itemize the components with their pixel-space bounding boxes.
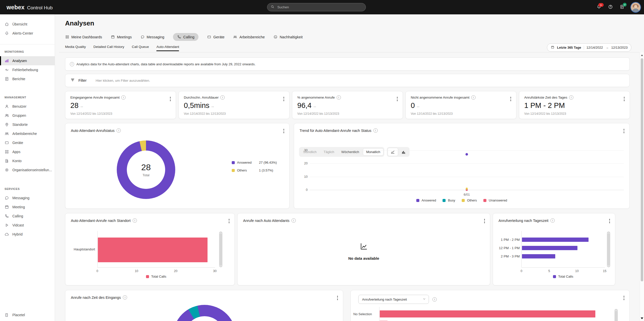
info-icon[interactable]: i bbox=[123, 295, 127, 300]
user-avatar[interactable] bbox=[631, 3, 640, 12]
info-icon[interactable]: i bbox=[373, 128, 378, 133]
info-icon[interactable]: i bbox=[550, 218, 555, 223]
pulse-icon bbox=[5, 68, 9, 72]
cloud-icon bbox=[5, 232, 9, 237]
subtab-call-queue[interactable]: Call Queue bbox=[132, 45, 149, 51]
kebab-menu-icon[interactable] bbox=[228, 218, 231, 224]
scrollbar-thumb[interactable] bbox=[641, 58, 643, 281]
kpi-date-range: Von 12/14/2022 bis 12/13/2023 bbox=[70, 112, 112, 115]
info-icon[interactable]: i bbox=[471, 95, 476, 100]
tab-meetings[interactable]: Meetings bbox=[111, 33, 132, 41]
chart-scrollbar[interactable] bbox=[219, 231, 222, 267]
sidebar-item-meeting[interactable]: Meeting bbox=[0, 202, 55, 212]
info-icon[interactable]: i bbox=[121, 95, 126, 100]
sidebar-item-hybrid[interactable]: Hybrid bbox=[0, 230, 55, 239]
calendar-icon bbox=[551, 45, 554, 50]
filter-bar[interactable]: Filter Hier klicken, um Filter auszuwähl… bbox=[65, 74, 630, 87]
sidebar-item-placetel[interactable]: Placetel bbox=[0, 310, 55, 319]
sidebar-item-benutzer[interactable]: Benutzer bbox=[0, 102, 55, 111]
kebab-menu-icon[interactable] bbox=[623, 96, 626, 102]
kebab-menu-icon[interactable] bbox=[509, 96, 512, 102]
logo[interactable]: webex Control Hub bbox=[7, 0, 53, 14]
kebab-menu-icon[interactable] bbox=[623, 295, 626, 301]
sidebar-item-analysen[interactable]: Analysen bbox=[0, 56, 55, 65]
kebab-menu-icon[interactable] bbox=[483, 218, 486, 224]
help-button[interactable] bbox=[608, 5, 613, 10]
empty-chart-icon bbox=[359, 242, 369, 252]
info-icon[interactable]: i bbox=[432, 297, 437, 302]
tab-messaging[interactable]: Messaging bbox=[140, 33, 164, 41]
kebab-menu-icon[interactable] bbox=[336, 295, 339, 301]
page-scrollbar[interactable] bbox=[640, 52, 644, 321]
date-range-picker[interactable]: Letzte 365 Tage 12/14/2022 → 12/13/2023 bbox=[547, 43, 631, 52]
info-icon[interactable]: i bbox=[291, 218, 296, 223]
whats-new-button[interactable] bbox=[619, 5, 625, 10]
sidebar-item-apps[interactable]: Apps bbox=[0, 147, 55, 156]
chart-scrollbar[interactable] bbox=[614, 309, 618, 321]
global-search[interactable] bbox=[267, 3, 366, 11]
tab-nachhaltigkeit[interactable]: Nachhaltigkeit bbox=[273, 33, 303, 41]
data-point-answered[interactable] bbox=[465, 153, 468, 156]
phone-icon bbox=[5, 214, 9, 218]
device-icon bbox=[5, 140, 9, 145]
scroll-up-icon[interactable] bbox=[641, 54, 643, 56]
info-icon[interactable]: i bbox=[569, 95, 573, 100]
subtab-auto-attendant[interactable]: Auto-Attendant bbox=[156, 45, 179, 51]
sidebar-item-vidcast[interactable]: Vidcast bbox=[0, 221, 55, 230]
sidebar-item-bersicht[interactable]: Übersicht bbox=[0, 20, 55, 29]
card-title: Trend für Auto Attendant-Anrufe nach Sta… bbox=[300, 128, 378, 133]
play-icon bbox=[5, 223, 9, 227]
info-icon[interactable]: i bbox=[116, 128, 121, 133]
search-input[interactable] bbox=[277, 5, 362, 9]
kebab-menu-icon[interactable] bbox=[608, 218, 611, 224]
bar-1-pm-2-pm[interactable] bbox=[522, 238, 589, 242]
info-icon[interactable]: i bbox=[220, 95, 225, 100]
sidebar-item-gruppen[interactable]: Gruppen bbox=[0, 111, 55, 120]
x-tick-label: 20 bbox=[174, 269, 178, 273]
bar-no-selection[interactable] bbox=[380, 310, 595, 317]
sidebar-item-label: Übersicht bbox=[12, 22, 27, 26]
tab-meine-dashboards[interactable]: Meine Dashboards bbox=[65, 33, 102, 41]
kebab-menu-icon[interactable] bbox=[396, 96, 399, 102]
kpi-date-range: Von 12/14/2022 bis 12/13/2023 bbox=[524, 112, 566, 115]
sidebar-item-konto[interactable]: Konto bbox=[0, 156, 55, 165]
bar-2-pm-3-pm[interactable] bbox=[522, 254, 555, 258]
subtab-detailed-call-history[interactable]: Detailed Call History bbox=[94, 45, 124, 51]
sidebar-item-messaging[interactable]: Messaging bbox=[0, 193, 55, 202]
bar-hauptstandort[interactable] bbox=[98, 238, 208, 262]
x-tick-label: 5 bbox=[548, 269, 550, 273]
tab-ger-te[interactable]: Geräte bbox=[207, 33, 224, 41]
scroll-down-icon[interactable] bbox=[641, 317, 643, 319]
y-tick-label: 10 bbox=[301, 175, 308, 179]
data-point-others[interactable] bbox=[466, 188, 468, 190]
kebab-menu-icon[interactable] bbox=[169, 96, 172, 102]
notifications-button[interactable]: 1 bbox=[596, 5, 602, 10]
date-range-start[interactable]: 12/14/2022 bbox=[587, 46, 603, 49]
tab-arbeitsbereiche[interactable]: Arbeitsbereiche bbox=[233, 33, 265, 41]
chart-scrollbar[interactable] bbox=[607, 231, 610, 267]
sidebar-item-fehlerbehebung[interactable]: Fehlerbehebung bbox=[0, 65, 55, 74]
info-icon[interactable]: i bbox=[337, 95, 341, 100]
sidebar-item-ger-te[interactable]: Geräte bbox=[0, 138, 55, 147]
analytics-icon bbox=[5, 59, 9, 63]
tab-calling[interactable]: Calling bbox=[173, 33, 198, 41]
kebab-menu-icon[interactable] bbox=[623, 128, 626, 134]
tab-label: Meine Dashboards bbox=[71, 35, 102, 39]
info-icon[interactable]: i bbox=[133, 218, 137, 223]
kebab-menu-icon[interactable] bbox=[282, 128, 285, 134]
date-range-divider bbox=[584, 46, 584, 50]
date-range-end[interactable]: 12/13/2023 bbox=[611, 46, 628, 49]
chart-selector-dropdown[interactable]: Anrufverteilung nach Tageszeit bbox=[358, 295, 429, 304]
sidebar-item-arbeitsbereiche[interactable]: Arbeitsbereiche bbox=[0, 129, 55, 138]
subtab-media-quality[interactable]: Media Quality bbox=[65, 45, 86, 51]
sidebar-item-organisationseinstellun[interactable]: Organisationseinstellun... bbox=[0, 165, 55, 174]
building-icon bbox=[5, 159, 9, 163]
sidebar-item-calling[interactable]: Calling bbox=[0, 212, 55, 221]
bar-12-pm-1-pm[interactable] bbox=[522, 246, 577, 250]
sidebar-item-berichte[interactable]: Berichte bbox=[0, 74, 55, 83]
legend-swatch bbox=[553, 275, 556, 278]
kebab-menu-icon[interactable] bbox=[282, 96, 285, 102]
category-label-no-selection: No Selection bbox=[351, 312, 372, 316]
sidebar-item-alerts-center[interactable]: Alerts-Center bbox=[0, 29, 55, 38]
sidebar-item-standorte[interactable]: Standorte bbox=[0, 120, 55, 129]
